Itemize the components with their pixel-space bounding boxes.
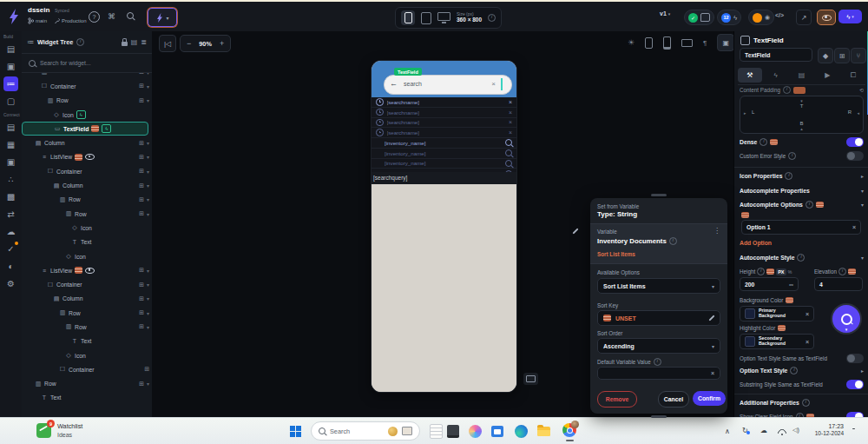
visibility-icon[interactable] xyxy=(85,154,95,160)
tree-item-row[interactable]: ▥Row⊞▾ xyxy=(22,320,152,334)
suggestion-row[interactable]: [searchname]× xyxy=(372,108,516,118)
version-dropdown[interactable]: v1▾ xyxy=(660,10,670,17)
add-child-icon[interactable]: ⊞ xyxy=(139,73,144,76)
taskbar-dark-app-icon[interactable] xyxy=(444,422,462,440)
issues-group[interactable]: ◉ xyxy=(748,10,774,25)
confirm-button[interactable]: Confirm xyxy=(693,391,726,406)
collapse-icon[interactable]: ▾ xyxy=(147,83,149,89)
tree-item-icon[interactable]: ◇Iconϟ xyxy=(22,108,152,122)
windows-start-button[interactable] xyxy=(286,422,304,440)
tab-properties[interactable]: ⚒ xyxy=(738,68,762,83)
tree-item-row[interactable]: ▥Row⊞▾ xyxy=(22,94,152,108)
tray-onedrive-icon[interactable]: ☁ xyxy=(760,427,767,434)
taskbar-chrome-icon[interactable] xyxy=(561,421,578,439)
available-options-dropdown[interactable]: Sort List Items▾ xyxy=(597,278,720,294)
add-child-icon[interactable]: ⊞ xyxy=(139,97,144,104)
theme-mode-icon[interactable]: ☀ xyxy=(628,38,635,47)
more-options-icon[interactable]: ⋮ xyxy=(713,227,720,235)
collapse-panel-button[interactable]: |◁ xyxy=(159,35,176,52)
watchlist-app-icon[interactable]: 9 xyxy=(36,423,51,438)
substring-same-toggle[interactable] xyxy=(846,380,864,389)
nav-cloud-functions-icon[interactable]: ☁ xyxy=(3,224,18,239)
collapse-icon[interactable]: ▾ xyxy=(147,196,149,202)
tree-item-container[interactable]: ☐Container⊞▾ xyxy=(22,164,152,178)
zoom-in-button[interactable]: + xyxy=(220,39,224,48)
suggestion-row[interactable]: [searchname]× xyxy=(372,118,516,129)
add-child-icon[interactable]: ⊞ xyxy=(139,267,144,274)
add-child-icon[interactable]: ⊞ xyxy=(139,295,144,302)
collapse-icon[interactable]: ▾ xyxy=(147,97,149,103)
create-component-button[interactable]: ⊞ xyxy=(834,48,850,63)
suggestion-row[interactable]: [inventory_name] xyxy=(372,159,516,169)
taskbar-store-icon[interactable] xyxy=(489,422,506,440)
tab-docs[interactable]: ⧠ xyxy=(841,71,865,80)
tree-item-row[interactable]: ▥Row⊞▾ xyxy=(22,306,152,320)
tree-item-icon[interactable]: ◇Icon xyxy=(22,221,152,235)
tree-item-container[interactable]: ☐Container⊞ xyxy=(22,362,152,376)
add-child-icon[interactable]: ⊞ xyxy=(139,381,144,388)
option-input[interactable]: Option 1× xyxy=(741,220,861,235)
tab-data[interactable]: ▤ xyxy=(790,71,814,79)
chevron-down-icon[interactable]: ▾ xyxy=(861,255,864,261)
taskbar-search[interactable]: Search xyxy=(311,421,420,441)
search-button[interactable] xyxy=(127,12,134,21)
tree-item-row[interactable]: ▥Row⊞▾ xyxy=(22,377,152,391)
background-color-chip[interactable]: Primary Background × xyxy=(740,306,814,321)
widget-name-input[interactable]: TextField xyxy=(740,48,812,62)
nav-widget-palette-icon[interactable]: ▢ xyxy=(3,94,18,109)
tray-volume-icon[interactable]: ◁) xyxy=(792,427,799,434)
remove-suggestion-icon[interactable]: × xyxy=(509,99,512,105)
back-arrow-icon[interactable]: ← xyxy=(390,79,398,88)
padding-editor[interactable]: ▾ T B ▴ ▸ L R ◂ xyxy=(740,96,864,134)
tree-item-column[interactable]: ▤Column⊞▾ xyxy=(22,292,152,306)
tree-item-partial[interactable]: ▥⊞▾ xyxy=(22,73,152,79)
unit-pct-toggle[interactable]: % xyxy=(788,269,792,275)
nav-components-icon[interactable]: ▣ xyxy=(3,59,18,74)
tray-sync-icon[interactable]: ↻ xyxy=(742,427,748,434)
add-child-icon[interactable]: ⊞ xyxy=(139,182,144,189)
taskbar-explorer-icon[interactable] xyxy=(535,422,552,440)
device-phone-button[interactable] xyxy=(401,10,415,25)
clear-input-icon[interactable]: × xyxy=(711,370,714,376)
environment-selector[interactable]: Production xyxy=(54,17,87,24)
collapse-icon[interactable]: ▾ xyxy=(147,268,149,274)
tree-item-row[interactable]: ▥Row⊞▾ xyxy=(22,193,152,207)
app-switcher-dropdown[interactable]: ▾ xyxy=(148,8,177,27)
collapse-all-icon[interactable]: ≣ xyxy=(141,38,147,46)
tree-item-icon[interactable]: ◇Icon xyxy=(22,348,152,362)
option-variable-chip[interactable] xyxy=(741,212,749,218)
chevron-down-icon[interactable]: ▾ xyxy=(861,188,864,194)
theme-widget-button[interactable]: ◆ xyxy=(818,48,833,63)
run-button[interactable]: ϟ ▾ xyxy=(838,10,862,23)
tree-item-text[interactable]: TText xyxy=(22,335,152,348)
nav-auth-icon[interactable]: ∴ xyxy=(3,172,18,187)
taskbar-notes-app-icon[interactable] xyxy=(427,422,444,440)
tab-actions[interactable]: ϟ xyxy=(764,71,788,79)
collapse-icon[interactable]: ▾ xyxy=(147,282,149,288)
sort-order-dropdown[interactable]: Ascending▾ xyxy=(597,338,720,354)
tree-item-icon[interactable]: ◇Icon xyxy=(22,249,152,263)
device-tablet-button[interactable] xyxy=(421,12,431,24)
nav-storage-icon[interactable]: ▩ xyxy=(3,189,18,204)
collapse-icon[interactable]: ▾ xyxy=(147,381,149,387)
tree-item-text[interactable]: TText xyxy=(22,391,152,405)
add-child-icon[interactable]: ⊞ xyxy=(139,323,144,330)
padding-value-chip[interactable] xyxy=(793,87,806,94)
nav-settings-icon[interactable]: ⚙ xyxy=(3,276,18,291)
view-code-button[interactable]: </> xyxy=(775,12,784,18)
nav-tests-icon[interactable]: ✓ xyxy=(3,242,18,256)
collapse-icon[interactable]: ▾ xyxy=(147,154,149,160)
clear-color-icon[interactable]: × xyxy=(806,339,809,345)
unit-px-toggle[interactable]: PX xyxy=(776,268,786,275)
nav-media-icon[interactable]: ▣ xyxy=(3,155,18,169)
nav-data-types-icon[interactable]: ▦ xyxy=(3,137,18,152)
collapse-icon[interactable]: ▾ xyxy=(147,169,149,175)
remove-button[interactable]: Remove xyxy=(597,391,637,408)
option-same-toggle[interactable] xyxy=(846,354,864,363)
remove-suggestion-icon[interactable]: × xyxy=(509,129,512,136)
tree-item-container[interactable]: ☐Container⊞▾ xyxy=(22,79,152,93)
help-button[interactable]: ? xyxy=(89,11,100,23)
widget-search[interactable]: Search for widget... xyxy=(22,54,152,73)
edit-sort-key-icon[interactable] xyxy=(707,315,714,321)
zoom-out-button[interactable]: − xyxy=(187,39,191,48)
